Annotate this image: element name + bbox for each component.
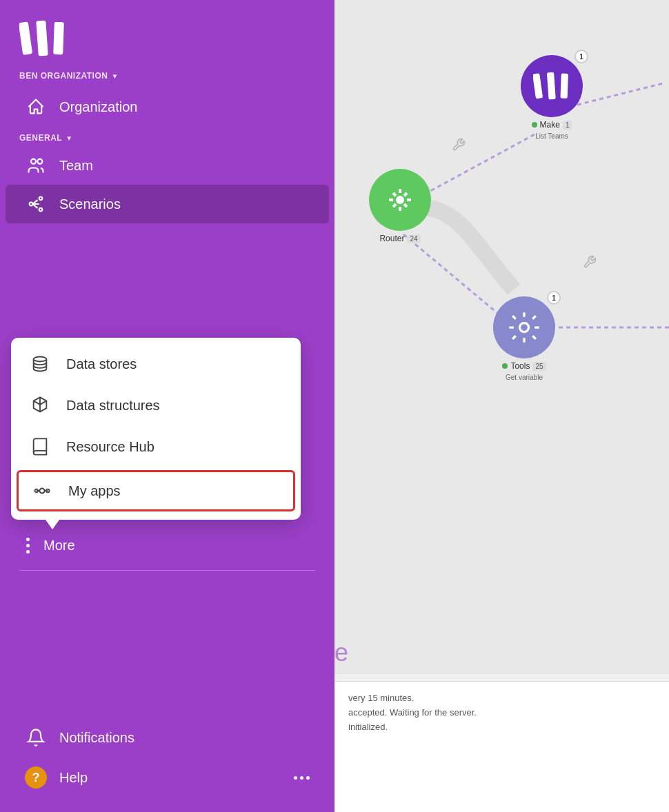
make-node[interactable]: 1 Make 1 List Teams — [521, 55, 583, 140]
org-section: BEN ORGANIZATION ▼ — [0, 71, 334, 88]
log-line-schedule: very 15 minutes. — [348, 693, 655, 703]
dropdown-item-resource-hub[interactable]: Resource Hub — [11, 426, 301, 467]
home-icon — [25, 97, 47, 116]
svg-point-9 — [40, 489, 45, 494]
svg-rect-0 — [19, 21, 32, 54]
router-node[interactable]: Router 24 — [369, 169, 431, 243]
make-node-badge: 1 — [575, 50, 588, 63]
sidebar-item-scenarios[interactable]: Scenarios — [6, 185, 329, 223]
tools-node[interactable]: 1 Tools 25 Get variable — [493, 296, 555, 381]
svg-point-4 — [37, 159, 42, 164]
svg-point-8 — [34, 357, 47, 362]
make-logo — [19, 19, 315, 57]
svg-line-15 — [414, 134, 535, 200]
router-node-label: Router 24 — [379, 234, 420, 243]
log-line-2: initialized. — [348, 722, 655, 732]
scenarios-icon — [25, 194, 47, 214]
log-line-1: accepted. Waiting for the server. — [348, 707, 655, 718]
svg-rect-2 — [53, 22, 64, 54]
dropdown-item-data-stores[interactable]: Data stores — [11, 343, 301, 385]
help-more-icon — [294, 776, 310, 780]
cube-icon — [28, 396, 52, 415]
partial-text: e — [334, 638, 348, 667]
more-section: More — [0, 527, 334, 565]
general-chevron-icon: ▼ — [66, 134, 72, 142]
sidebar-item-more[interactable]: More — [6, 527, 329, 565]
svg-rect-20 — [560, 73, 568, 98]
svg-point-22 — [520, 323, 529, 332]
wrench-icon-1 — [452, 138, 466, 154]
make-node-sub: List Teams — [535, 132, 568, 140]
right-panel: 1 Make 1 List Teams — [334, 0, 669, 812]
sidebar-item-notifications[interactable]: Notifications — [6, 718, 329, 757]
wrench-icon-2 — [583, 255, 597, 272]
org-label[interactable]: BEN ORGANIZATION ▼ — [19, 71, 315, 81]
database-icon — [28, 354, 52, 374]
sidebar-divider — [19, 570, 315, 571]
tools-node-sub: Get variable — [506, 374, 543, 381]
more-dots-icon — [25, 536, 31, 555]
svg-rect-19 — [546, 72, 555, 100]
sidebar-item-organization[interactable]: Organization — [6, 88, 329, 126]
dropdown-item-my-apps[interactable]: My apps — [17, 470, 295, 511]
log-area: very 15 minutes. accepted. Waiting for t… — [334, 681, 669, 812]
help-icon: ? — [25, 767, 47, 789]
tools-node-label: Tools 25 — [502, 361, 546, 371]
sidebar-item-help[interactable]: ? Help — [6, 757, 329, 798]
svg-point-21 — [396, 196, 404, 204]
dropdown-menu: Data stores Data structures Resource Hub — [11, 338, 301, 520]
general-section: GENERAL ▼ — [0, 126, 334, 146]
my-apps-icon — [30, 481, 54, 500]
make-node-label: Make 1 — [532, 120, 572, 130]
general-label[interactable]: GENERAL ▼ — [19, 133, 315, 143]
sidebar-item-team[interactable]: Team — [6, 146, 329, 185]
svg-rect-18 — [533, 73, 543, 99]
dropdown-item-data-structures[interactable]: Data structures — [11, 385, 301, 426]
tools-node-badge: 1 — [547, 291, 561, 305]
svg-point-3 — [31, 159, 36, 164]
svg-point-5 — [39, 197, 43, 201]
bell-icon — [25, 728, 47, 747]
team-icon — [25, 156, 47, 175]
book-icon — [28, 437, 52, 456]
svg-rect-1 — [36, 21, 48, 57]
org-chevron-icon: ▼ — [111, 72, 118, 80]
svg-point-7 — [39, 208, 43, 212]
logo-area — [0, 0, 334, 71]
canvas-area: 1 Make 1 List Teams — [334, 0, 669, 674]
bottom-nav: Notifications ? Help — [0, 718, 334, 812]
svg-point-6 — [30, 203, 33, 206]
sidebar: BEN ORGANIZATION ▼ Organization GENERAL … — [0, 0, 334, 812]
svg-point-13 — [46, 489, 50, 493]
